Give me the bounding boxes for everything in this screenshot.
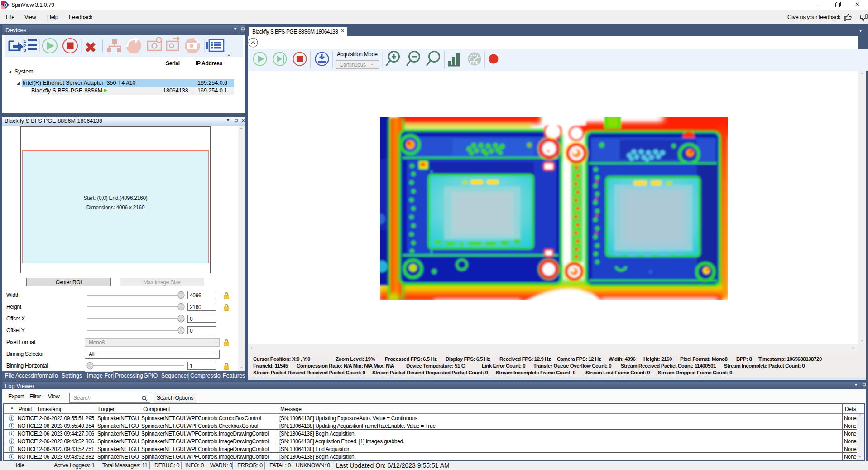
- svg-text:3: 3: [24, 48, 26, 53]
- svg-text:FPS: FPS: [470, 60, 478, 65]
